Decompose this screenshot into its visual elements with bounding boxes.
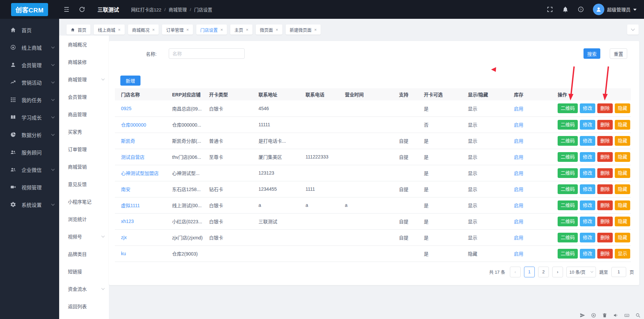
qrcode-button[interactable]: 二维码: [558, 217, 578, 226]
delete-button[interactable]: 删除: [597, 249, 613, 259]
sidebar-item-home[interactable]: 首页: [0, 21, 59, 39]
store-name-link[interactable]: 斯凯奇: [121, 138, 135, 144]
qrcode-button[interactable]: 二维码: [558, 152, 578, 162]
store-name-link[interactable]: 仓库000000: [121, 122, 146, 128]
sidebar-item-member[interactable]: 会员管理: [0, 56, 59, 74]
edit-button[interactable]: 修改: [580, 152, 595, 162]
submenu-item-browse-stats[interactable]: 浏览统计: [59, 210, 109, 228]
visibility-toggle-button[interactable]: 隐藏: [615, 217, 630, 226]
delete-button[interactable]: 删除: [597, 136, 613, 146]
bell-icon[interactable]: [562, 6, 569, 13]
edit-button[interactable]: 修改: [580, 200, 595, 210]
sidebar-item-video[interactable]: 视频管理: [0, 178, 59, 196]
collapse-menu-icon[interactable]: [63, 6, 70, 13]
store-name-link[interactable]: 心神测试型加盟店: [121, 171, 159, 176]
close-icon[interactable]: ×: [314, 28, 317, 32]
qrcode-button[interactable]: 二维码: [558, 168, 578, 178]
submenu-item-mall-marketing[interactable]: 商城营销: [59, 158, 109, 175]
breadcrumb-item[interactable]: 商城管理: [169, 6, 187, 13]
sidebar-item-settings[interactable]: 系统设置: [0, 196, 59, 213]
visibility-toggle-button[interactable]: 隐藏: [615, 168, 630, 178]
visibility-toggle-button[interactable]: 隐藏: [615, 136, 630, 146]
stock-toggle-link[interactable]: 启用: [514, 219, 523, 224]
edit-button[interactable]: 修改: [580, 136, 595, 146]
stock-toggle-link[interactable]: 启用: [514, 235, 523, 240]
sidebar-item-wecom[interactable]: 企业微信: [0, 161, 59, 178]
stock-toggle-link[interactable]: 启用: [514, 251, 523, 257]
delete-button[interactable]: 删除: [597, 152, 613, 162]
edit-button[interactable]: 修改: [580, 168, 595, 178]
submenu-item-product-manage[interactable]: 商品管理: [59, 105, 109, 123]
user-menu[interactable]: 超级管理员: [593, 4, 637, 15]
name-filter-input[interactable]: [169, 48, 245, 59]
workspace-name[interactable]: 三联测试: [97, 5, 119, 13]
breadcrumb-item[interactable]: 网红打卡店122: [131, 6, 161, 13]
store-name-link[interactable]: 虚拟1111: [121, 203, 140, 208]
submenu-item-short-link[interactable]: 短链接: [59, 263, 109, 280]
submenu-item-fund-flow[interactable]: 资金流水: [59, 280, 109, 298]
qrcode-button[interactable]: 二维码: [558, 233, 578, 242]
jump-page-input[interactable]: [611, 267, 626, 277]
search-button[interactable]: 搜索: [583, 48, 600, 59]
visibility-toggle-button[interactable]: 隐藏: [615, 152, 630, 162]
close-icon[interactable]: ×: [186, 28, 189, 32]
submenu-item-mini-notes[interactable]: 小程序笔记: [59, 193, 109, 210]
input-method-icon[interactable]: [591, 313, 596, 318]
store-name-link[interactable]: 南安: [121, 187, 130, 192]
delete-button[interactable]: 删除: [597, 200, 613, 210]
store-name-link[interactable]: zjx: [121, 235, 127, 240]
edit-button[interactable]: 修改: [580, 233, 595, 242]
brand-logo[interactable]: 创客CRM: [11, 3, 48, 16]
tab-store-settings[interactable]: 门店设置×: [196, 25, 227, 35]
submenu-item-mall-overview[interactable]: 商城概况: [59, 36, 109, 53]
page-button-1[interactable]: 1: [524, 267, 535, 277]
stock-toggle-link[interactable]: 启用: [514, 138, 523, 144]
close-icon[interactable]: ×: [118, 28, 121, 32]
page-size-select[interactable]: 10 条/页: [566, 267, 596, 277]
delete-button[interactable]: 删除: [597, 168, 613, 178]
tab-micro-page[interactable]: 微页面×: [256, 25, 282, 35]
submenu-item-mall-decorate[interactable]: 商城装修: [59, 53, 109, 71]
stock-toggle-link[interactable]: 启用: [514, 106, 523, 111]
tab-order-manage[interactable]: 订单管理×: [162, 25, 193, 35]
add-store-button[interactable]: 新增: [120, 76, 140, 86]
prev-page-button[interactable]: ‹: [510, 267, 521, 277]
sidebar-item-tasks[interactable]: 我的任务: [0, 91, 59, 108]
page-button-2[interactable]: 2: [538, 267, 549, 277]
submenu-item-order-manage[interactable]: 订单管理: [59, 140, 109, 158]
refresh-icon[interactable]: [79, 6, 85, 13]
help-icon[interactable]: ?: [577, 6, 584, 13]
tab-new-micro-page[interactable]: 新建微页面×: [286, 25, 321, 35]
stock-toggle-link[interactable]: 启用: [514, 154, 523, 160]
visibility-toggle-button[interactable]: 隐藏: [615, 103, 630, 113]
close-icon[interactable]: ×: [246, 28, 248, 32]
next-page-button[interactable]: ›: [552, 267, 563, 277]
qrcode-button[interactable]: 二维码: [558, 103, 578, 113]
delete-button[interactable]: 删除: [597, 120, 613, 130]
edit-button[interactable]: 修改: [580, 217, 595, 226]
close-icon[interactable]: ×: [220, 28, 223, 32]
qrcode-button[interactable]: 二维码: [558, 120, 578, 130]
delete-button[interactable]: 删除: [597, 103, 613, 113]
submenu-item-mall-manage[interactable]: 商城管理: [59, 71, 109, 88]
delete-button[interactable]: 删除: [597, 233, 613, 242]
tab-main-page[interactable]: 主页×: [230, 25, 252, 35]
tab-online-mall[interactable]: 线上商城×: [94, 25, 125, 35]
speaker-icon[interactable]: [613, 313, 618, 318]
tabs-dropdown-button[interactable]: [627, 25, 639, 35]
visibility-toggle-button[interactable]: 隐藏: [615, 233, 630, 242]
stock-toggle-link[interactable]: 启用: [514, 122, 523, 128]
edit-button[interactable]: 修改: [580, 103, 595, 113]
reset-button[interactable]: 重置: [610, 48, 627, 59]
tab-home[interactable]: 首页: [67, 25, 90, 35]
qrcode-button[interactable]: 二维码: [558, 249, 578, 259]
edit-button[interactable]: 修改: [580, 120, 595, 130]
submenu-item-buyer-show[interactable]: 买家秀: [59, 123, 109, 140]
store-name-link[interactable]: 0925: [121, 106, 131, 111]
store-name-link[interactable]: ku: [121, 251, 126, 256]
stock-toggle-link[interactable]: 启用: [514, 171, 523, 176]
submenu-item-brand-category[interactable]: 品牌类目: [59, 245, 109, 263]
sidebar-item-learning[interactable]: 学习成长: [0, 108, 59, 126]
visibility-toggle-button[interactable]: 显示: [615, 249, 630, 259]
delete-button[interactable]: 删除: [597, 184, 613, 194]
